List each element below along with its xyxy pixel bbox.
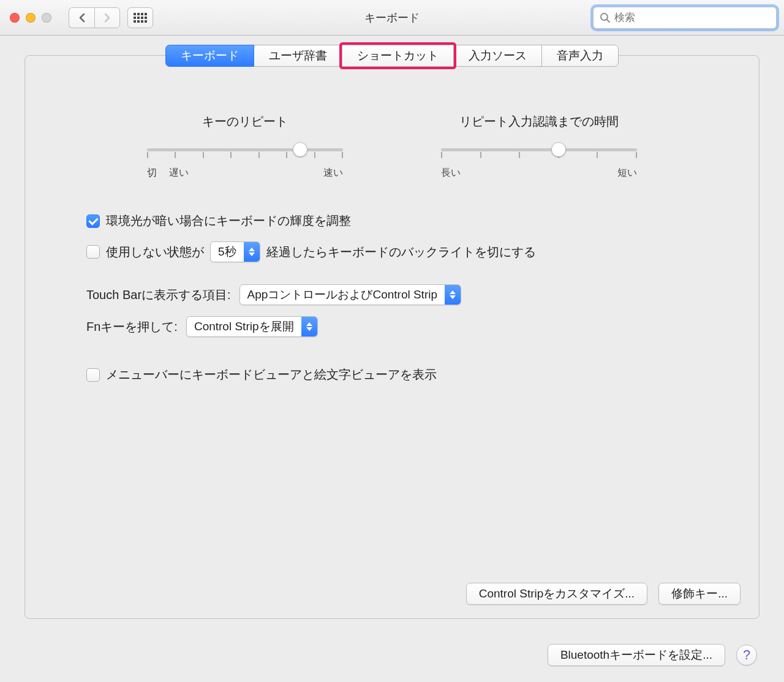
key-repeat-block: キーのリピート 切 遅い 速い	[147, 113, 343, 180]
tab-bar: キーボード ユーザ辞書 ショートカット 入力ソース 音声入力	[165, 45, 619, 67]
help-icon: ?	[743, 647, 750, 663]
chevron-left-icon	[78, 13, 86, 23]
tab-input-source[interactable]: 入力ソース	[453, 45, 542, 67]
touchbar-select[interactable]: AppコントロールおよびControl Strip	[239, 284, 461, 305]
fnkey-select[interactable]: Control Stripを展開	[186, 316, 318, 337]
back-button[interactable]	[69, 7, 94, 28]
menu-viewer-label: メニューバーにキーボードビューアと絵文字ビューアを表示	[106, 366, 437, 383]
dim-backlight-label: 環境光が暗い場合にキーボードの輝度を調整	[106, 213, 351, 229]
dim-backlight-checkbox[interactable]	[86, 214, 100, 228]
stepper-arrows-icon	[244, 242, 260, 262]
stepper-arrows-icon	[301, 317, 317, 336]
tab-dictation[interactable]: 音声入力	[541, 45, 619, 67]
window-titlebar: キーボード	[0, 0, 784, 36]
delay-label-short: 短い	[617, 167, 637, 180]
idle-seconds-value: 5秒	[211, 242, 244, 262]
menu-viewer-row: メニューバーにキーボードビューアと絵文字ビューアを表示	[86, 366, 759, 383]
fnkey-row: Fnキーを押して: Control Stripを展開	[86, 316, 759, 337]
delay-knob[interactable]	[551, 142, 566, 157]
traffic-lights	[7, 13, 51, 23]
tab-shortcuts[interactable]: ショートカット	[342, 45, 454, 67]
preferences-frame: キーボード ユーザ辞書 ショートカット 入力ソース 音声入力 キーのリピート 切…	[24, 55, 760, 619]
fnkey-value: Control Stripを展開	[187, 317, 301, 336]
bluetooth-keyboard-button[interactable]: Bluetoothキーボードを設定...	[548, 644, 725, 666]
help-button[interactable]: ?	[736, 645, 757, 665]
modifier-keys-button[interactable]: 修飾キー...	[658, 583, 741, 605]
search-field-wrap[interactable]	[593, 7, 777, 29]
delay-label-long: 長い	[441, 167, 461, 180]
minimize-window-button[interactable]	[26, 13, 36, 23]
nav-buttons	[69, 7, 120, 28]
chevron-right-icon	[104, 13, 111, 23]
delay-title: リピート入力認識までの時間	[441, 113, 637, 130]
search-input[interactable]	[614, 12, 771, 24]
key-repeat-slider[interactable]	[147, 143, 343, 158]
forward-button[interactable]	[94, 7, 120, 28]
delay-block: リピート入力認識までの時間 長い 短い	[441, 113, 637, 180]
show-all-button[interactable]	[127, 7, 153, 28]
key-repeat-knob[interactable]	[293, 142, 307, 157]
key-repeat-label-slow: 遅い	[169, 167, 189, 180]
idle-off-checkbox[interactable]	[86, 245, 100, 259]
touchbar-label: Touch Barに表示する項目:	[86, 287, 231, 303]
backlight-options: 環境光が暗い場合にキーボードの輝度を調整 使用しない状態が 5秒 経過したらキー…	[86, 213, 759, 262]
touchbar-row: Touch Barに表示する項目: AppコントロールおよびControl St…	[86, 284, 759, 305]
search-icon	[600, 12, 611, 23]
key-repeat-label-off: 切	[147, 167, 157, 180]
key-repeat-labels: 切 遅い 速い	[147, 167, 343, 180]
svg-line-1	[607, 20, 609, 22]
key-repeat-title: キーのリピート	[147, 113, 343, 130]
customize-control-strip-button[interactable]: Control Stripをカスタマイズ...	[466, 583, 647, 605]
touchbar-value: AppコントロールおよびControl Strip	[240, 285, 445, 305]
tab-user-dict[interactable]: ユーザ辞書	[254, 45, 342, 67]
touchbar-group: Touch Barに表示する項目: AppコントロールおよびControl St…	[86, 284, 759, 337]
close-window-button[interactable]	[10, 13, 20, 23]
delay-slider[interactable]	[441, 143, 637, 158]
idle-off-label-before: 使用しない状態が	[106, 244, 204, 260]
idle-off-label-after: 経過したらキーボードのバックライトを切にする	[266, 244, 536, 260]
frame-bottom-buttons: Control Stripをカスタマイズ... 修飾キー...	[466, 583, 741, 605]
fnkey-label: Fnキーを押して:	[86, 319, 178, 335]
key-repeat-label-fast: 速い	[323, 167, 343, 180]
zoom-window-button[interactable]	[42, 13, 51, 23]
idle-off-row: 使用しない状態が 5秒 経過したらキーボードのバックライトを切にする	[86, 241, 759, 262]
idle-seconds-select[interactable]: 5秒	[210, 241, 260, 262]
dim-backlight-row: 環境光が暗い場合にキーボードの輝度を調整	[86, 213, 759, 229]
window-footer: Bluetoothキーボードを設定... ?	[548, 644, 757, 666]
menu-viewer-checkbox[interactable]	[86, 368, 100, 382]
sliders-row: キーのリピート 切 遅い 速い リピート入力認識までの時間	[25, 113, 759, 180]
tab-keyboard[interactable]: キーボード	[165, 45, 254, 67]
grid-icon	[134, 13, 147, 23]
stepper-arrows-icon	[445, 285, 461, 305]
delay-labels: 長い 短い	[441, 167, 637, 180]
